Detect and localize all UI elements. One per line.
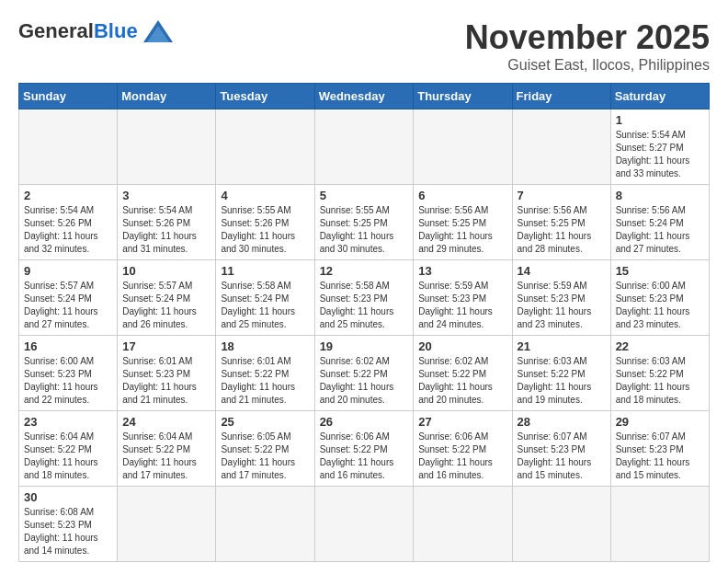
day-info: Sunrise: 6:06 AM Sunset: 5:22 PM Dayligh… — [418, 431, 506, 482]
day-info: Sunrise: 6:00 AM Sunset: 5:23 PM Dayligh… — [616, 280, 704, 331]
calendar-cell — [512, 487, 610, 562]
day-number: 2 — [24, 189, 112, 202]
day-info: Sunrise: 6:03 AM Sunset: 5:22 PM Dayligh… — [616, 355, 704, 407]
day-info: Sunrise: 6:03 AM Sunset: 5:22 PM Dayligh… — [518, 355, 606, 407]
day-number: 28 — [518, 415, 606, 429]
day-number: 7 — [518, 189, 606, 202]
day-number: 22 — [616, 339, 704, 353]
day-info: Sunrise: 5:59 AM Sunset: 5:23 PM Dayligh… — [418, 280, 506, 331]
weekday-header-wednesday: Wednesday — [314, 84, 414, 109]
weekday-header-sunday: Sunday — [19, 84, 118, 109]
day-info: Sunrise: 6:04 AM Sunset: 5:22 PM Dayligh… — [24, 431, 112, 482]
calendar-cell: 11Sunrise: 5:58 AM Sunset: 5:24 PM Dayli… — [216, 260, 314, 336]
day-info: Sunrise: 6:06 AM Sunset: 5:22 PM Dayligh… — [320, 431, 409, 482]
day-info: Sunrise: 6:07 AM Sunset: 5:23 PM Dayligh… — [518, 431, 606, 482]
weekday-header-monday: Monday — [118, 84, 216, 109]
day-info: Sunrise: 5:58 AM Sunset: 5:24 PM Dayligh… — [221, 280, 309, 331]
day-number: 23 — [24, 415, 112, 429]
day-info: Sunrise: 5:56 AM Sunset: 5:24 PM Dayligh… — [616, 204, 704, 256]
calendar-cell: 2Sunrise: 5:54 AM Sunset: 5:26 PM Daylig… — [19, 185, 118, 260]
calendar-cell: 6Sunrise: 5:56 AM Sunset: 5:25 PM Daylig… — [414, 185, 512, 260]
logo-icon — [142, 18, 175, 44]
weekday-header-friday: Friday — [512, 84, 610, 109]
calendar-cell: 24Sunrise: 6:04 AM Sunset: 5:22 PM Dayli… — [118, 411, 216, 487]
location-title: Guiset East, Ilocos, Philippines — [465, 57, 710, 74]
logo: General Blue — [18, 18, 175, 44]
calendar-cell — [610, 487, 709, 562]
calendar-cell: 8Sunrise: 5:56 AM Sunset: 5:24 PM Daylig… — [610, 185, 709, 260]
day-info: Sunrise: 6:01 AM Sunset: 5:23 PM Dayligh… — [122, 355, 210, 407]
calendar-cell: 12Sunrise: 5:58 AM Sunset: 5:23 PM Dayli… — [314, 260, 414, 336]
calendar-cell — [314, 109, 414, 185]
day-number: 4 — [221, 189, 309, 202]
day-number: 19 — [320, 339, 409, 353]
day-number: 21 — [518, 339, 606, 353]
day-info: Sunrise: 6:08 AM Sunset: 5:23 PM Dayligh… — [24, 506, 112, 557]
calendar-cell: 1Sunrise: 5:54 AM Sunset: 5:27 PM Daylig… — [610, 109, 709, 185]
calendar-cell: 23Sunrise: 6:04 AM Sunset: 5:22 PM Dayli… — [19, 411, 118, 487]
day-number: 11 — [221, 264, 309, 278]
logo-general: General — [18, 19, 94, 43]
calendar-cell — [512, 109, 610, 185]
day-number: 5 — [320, 189, 409, 202]
calendar-cell — [118, 109, 216, 185]
day-number: 14 — [518, 264, 606, 278]
calendar-cell: 7Sunrise: 5:56 AM Sunset: 5:25 PM Daylig… — [512, 185, 610, 260]
day-info: Sunrise: 5:55 AM Sunset: 5:25 PM Dayligh… — [320, 204, 409, 256]
day-info: Sunrise: 5:59 AM Sunset: 5:23 PM Dayligh… — [518, 280, 606, 331]
page-header: General Blue November 2025 Guiset East, … — [18, 18, 710, 74]
calendar-cell: 15Sunrise: 6:00 AM Sunset: 5:23 PM Dayli… — [610, 260, 709, 336]
day-info: Sunrise: 5:57 AM Sunset: 5:24 PM Dayligh… — [24, 280, 112, 331]
day-number: 12 — [320, 264, 409, 278]
calendar-week-row: 23Sunrise: 6:04 AM Sunset: 5:22 PM Dayli… — [19, 411, 710, 487]
calendar-cell: 30Sunrise: 6:08 AM Sunset: 5:23 PM Dayli… — [19, 487, 118, 562]
day-info: Sunrise: 6:01 AM Sunset: 5:22 PM Dayligh… — [221, 355, 309, 407]
calendar-header-row: SundayMondayTuesdayWednesdayThursdayFrid… — [19, 84, 710, 109]
day-number: 18 — [221, 339, 309, 353]
calendar-cell: 9Sunrise: 5:57 AM Sunset: 5:24 PM Daylig… — [19, 260, 118, 336]
calendar-cell: 13Sunrise: 5:59 AM Sunset: 5:23 PM Dayli… — [414, 260, 512, 336]
day-info: Sunrise: 5:56 AM Sunset: 5:25 PM Dayligh… — [518, 204, 606, 256]
calendar-cell: 17Sunrise: 6:01 AM Sunset: 5:23 PM Dayli… — [118, 336, 216, 411]
day-number: 24 — [122, 415, 210, 429]
day-info: Sunrise: 5:54 AM Sunset: 5:26 PM Dayligh… — [24, 204, 112, 256]
title-block: November 2025 Guiset East, Ilocos, Phili… — [465, 18, 710, 74]
day-number: 29 — [616, 415, 704, 429]
day-number: 8 — [616, 189, 704, 202]
calendar-cell — [19, 109, 118, 185]
day-number: 27 — [418, 415, 506, 429]
calendar-cell — [216, 487, 314, 562]
calendar-cell — [314, 487, 414, 562]
day-info: Sunrise: 6:05 AM Sunset: 5:22 PM Dayligh… — [221, 431, 309, 482]
logo-text: General Blue — [18, 18, 175, 44]
day-number: 17 — [122, 339, 210, 353]
day-info: Sunrise: 5:57 AM Sunset: 5:24 PM Dayligh… — [122, 280, 210, 331]
calendar-week-row: 16Sunrise: 6:00 AM Sunset: 5:23 PM Dayli… — [19, 336, 710, 411]
weekday-header-tuesday: Tuesday — [216, 84, 314, 109]
day-number: 3 — [122, 189, 210, 202]
calendar-week-row: 2Sunrise: 5:54 AM Sunset: 5:26 PM Daylig… — [19, 185, 710, 260]
day-number: 13 — [418, 264, 506, 278]
day-number: 26 — [320, 415, 409, 429]
day-number: 25 — [221, 415, 309, 429]
calendar-cell: 16Sunrise: 6:00 AM Sunset: 5:23 PM Dayli… — [19, 336, 118, 411]
day-info: Sunrise: 6:04 AM Sunset: 5:22 PM Dayligh… — [122, 431, 210, 482]
calendar-cell — [216, 109, 314, 185]
day-number: 30 — [24, 490, 112, 504]
calendar-cell: 3Sunrise: 5:54 AM Sunset: 5:26 PM Daylig… — [118, 185, 216, 260]
month-title: November 2025 — [465, 18, 710, 57]
day-number: 10 — [122, 264, 210, 278]
calendar-cell: 10Sunrise: 5:57 AM Sunset: 5:24 PM Dayli… — [118, 260, 216, 336]
calendar-cell — [118, 487, 216, 562]
day-number: 16 — [24, 339, 112, 353]
calendar-week-row: 9Sunrise: 5:57 AM Sunset: 5:24 PM Daylig… — [19, 260, 710, 336]
calendar-week-row: 1Sunrise: 5:54 AM Sunset: 5:27 PM Daylig… — [19, 109, 710, 185]
day-number: 15 — [616, 264, 704, 278]
weekday-header-saturday: Saturday — [610, 84, 709, 109]
calendar-cell: 20Sunrise: 6:02 AM Sunset: 5:22 PM Dayli… — [414, 336, 512, 411]
day-info: Sunrise: 6:02 AM Sunset: 5:22 PM Dayligh… — [320, 355, 409, 407]
calendar-cell: 25Sunrise: 6:05 AM Sunset: 5:22 PM Dayli… — [216, 411, 314, 487]
day-info: Sunrise: 5:56 AM Sunset: 5:25 PM Dayligh… — [418, 204, 506, 256]
day-number: 20 — [418, 339, 506, 353]
logo-blue: Blue — [94, 19, 138, 43]
